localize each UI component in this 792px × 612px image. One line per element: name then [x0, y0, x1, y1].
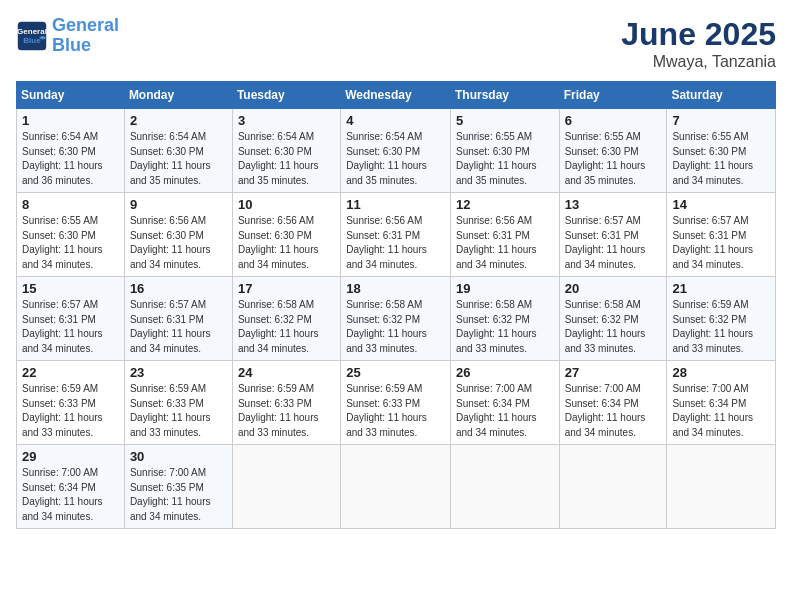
- day-info: Sunrise: 7:00 AMSunset: 6:34 PMDaylight:…: [22, 467, 103, 522]
- logo-icon: General Blue: [16, 20, 48, 52]
- calendar-day-cell: 1 Sunrise: 6:54 AMSunset: 6:30 PMDayligh…: [17, 109, 125, 193]
- day-info: Sunrise: 6:57 AMSunset: 6:31 PMDaylight:…: [22, 299, 103, 354]
- day-number: 4: [346, 113, 445, 128]
- day-info: Sunrise: 6:54 AMSunset: 6:30 PMDaylight:…: [238, 131, 319, 186]
- calendar-day-cell: 24 Sunrise: 6:59 AMSunset: 6:33 PMDaylig…: [232, 361, 340, 445]
- col-monday: Monday: [124, 82, 232, 109]
- calendar-day-cell: [559, 445, 667, 529]
- calendar-day-cell: 2 Sunrise: 6:54 AMSunset: 6:30 PMDayligh…: [124, 109, 232, 193]
- day-number: 28: [672, 365, 770, 380]
- svg-text:General: General: [17, 27, 47, 36]
- calendar-week-row: 29 Sunrise: 7:00 AMSunset: 6:34 PMDaylig…: [17, 445, 776, 529]
- day-info: Sunrise: 6:58 AMSunset: 6:32 PMDaylight:…: [346, 299, 427, 354]
- calendar-week-row: 8 Sunrise: 6:55 AMSunset: 6:30 PMDayligh…: [17, 193, 776, 277]
- calendar-day-cell: 29 Sunrise: 7:00 AMSunset: 6:34 PMDaylig…: [17, 445, 125, 529]
- calendar-day-cell: 10 Sunrise: 6:56 AMSunset: 6:30 PMDaylig…: [232, 193, 340, 277]
- calendar-day-cell: 19 Sunrise: 6:58 AMSunset: 6:32 PMDaylig…: [450, 277, 559, 361]
- day-info: Sunrise: 6:56 AMSunset: 6:30 PMDaylight:…: [130, 215, 211, 270]
- calendar-day-cell: 9 Sunrise: 6:56 AMSunset: 6:30 PMDayligh…: [124, 193, 232, 277]
- day-number: 15: [22, 281, 119, 296]
- day-number: 26: [456, 365, 554, 380]
- calendar-day-cell: 12 Sunrise: 6:56 AMSunset: 6:31 PMDaylig…: [450, 193, 559, 277]
- calendar-week-row: 15 Sunrise: 6:57 AMSunset: 6:31 PMDaylig…: [17, 277, 776, 361]
- day-number: 6: [565, 113, 662, 128]
- svg-text:Blue: Blue: [23, 36, 41, 45]
- calendar-table: Sunday Monday Tuesday Wednesday Thursday…: [16, 81, 776, 529]
- page-header: General Blue General Blue June 2025 Mway…: [16, 16, 776, 71]
- day-number: 13: [565, 197, 662, 212]
- col-tuesday: Tuesday: [232, 82, 340, 109]
- day-number: 12: [456, 197, 554, 212]
- day-number: 17: [238, 281, 335, 296]
- calendar-day-cell: 6 Sunrise: 6:55 AMSunset: 6:30 PMDayligh…: [559, 109, 667, 193]
- day-info: Sunrise: 6:59 AMSunset: 6:33 PMDaylight:…: [346, 383, 427, 438]
- calendar-day-cell: 26 Sunrise: 7:00 AMSunset: 6:34 PMDaylig…: [450, 361, 559, 445]
- day-number: 19: [456, 281, 554, 296]
- title-block: June 2025 Mwaya, Tanzania: [621, 16, 776, 71]
- day-info: Sunrise: 6:56 AMSunset: 6:31 PMDaylight:…: [456, 215, 537, 270]
- calendar-day-cell: 15 Sunrise: 6:57 AMSunset: 6:31 PMDaylig…: [17, 277, 125, 361]
- calendar-header-row: Sunday Monday Tuesday Wednesday Thursday…: [17, 82, 776, 109]
- col-sunday: Sunday: [17, 82, 125, 109]
- page-subtitle: Mwaya, Tanzania: [621, 53, 776, 71]
- day-info: Sunrise: 7:00 AMSunset: 6:35 PMDaylight:…: [130, 467, 211, 522]
- calendar-day-cell: 11 Sunrise: 6:56 AMSunset: 6:31 PMDaylig…: [341, 193, 451, 277]
- day-number: 3: [238, 113, 335, 128]
- day-number: 2: [130, 113, 227, 128]
- day-number: 22: [22, 365, 119, 380]
- day-info: Sunrise: 7:00 AMSunset: 6:34 PMDaylight:…: [565, 383, 646, 438]
- calendar-day-cell: 13 Sunrise: 6:57 AMSunset: 6:31 PMDaylig…: [559, 193, 667, 277]
- day-info: Sunrise: 6:55 AMSunset: 6:30 PMDaylight:…: [672, 131, 753, 186]
- day-info: Sunrise: 7:00 AMSunset: 6:34 PMDaylight:…: [672, 383, 753, 438]
- calendar-day-cell: 16 Sunrise: 6:57 AMSunset: 6:31 PMDaylig…: [124, 277, 232, 361]
- calendar-day-cell: 8 Sunrise: 6:55 AMSunset: 6:30 PMDayligh…: [17, 193, 125, 277]
- calendar-day-cell: 14 Sunrise: 6:57 AMSunset: 6:31 PMDaylig…: [667, 193, 776, 277]
- day-number: 14: [672, 197, 770, 212]
- calendar-day-cell: 23 Sunrise: 6:59 AMSunset: 6:33 PMDaylig…: [124, 361, 232, 445]
- day-info: Sunrise: 6:59 AMSunset: 6:33 PMDaylight:…: [238, 383, 319, 438]
- day-number: 30: [130, 449, 227, 464]
- day-number: 29: [22, 449, 119, 464]
- day-number: 10: [238, 197, 335, 212]
- col-thursday: Thursday: [450, 82, 559, 109]
- day-number: 21: [672, 281, 770, 296]
- day-info: Sunrise: 6:55 AMSunset: 6:30 PMDaylight:…: [22, 215, 103, 270]
- day-info: Sunrise: 6:54 AMSunset: 6:30 PMDaylight:…: [346, 131, 427, 186]
- calendar-day-cell: 4 Sunrise: 6:54 AMSunset: 6:30 PMDayligh…: [341, 109, 451, 193]
- calendar-day-cell: 30 Sunrise: 7:00 AMSunset: 6:35 PMDaylig…: [124, 445, 232, 529]
- day-info: Sunrise: 6:56 AMSunset: 6:30 PMDaylight:…: [238, 215, 319, 270]
- logo-text: General Blue: [52, 16, 119, 56]
- day-info: Sunrise: 6:56 AMSunset: 6:31 PMDaylight:…: [346, 215, 427, 270]
- calendar-day-cell: [667, 445, 776, 529]
- calendar-day-cell: [450, 445, 559, 529]
- calendar-day-cell: 3 Sunrise: 6:54 AMSunset: 6:30 PMDayligh…: [232, 109, 340, 193]
- day-info: Sunrise: 6:57 AMSunset: 6:31 PMDaylight:…: [565, 215, 646, 270]
- calendar-day-cell: 17 Sunrise: 6:58 AMSunset: 6:32 PMDaylig…: [232, 277, 340, 361]
- calendar-day-cell: 27 Sunrise: 7:00 AMSunset: 6:34 PMDaylig…: [559, 361, 667, 445]
- day-number: 7: [672, 113, 770, 128]
- calendar-day-cell: [232, 445, 340, 529]
- day-info: Sunrise: 6:54 AMSunset: 6:30 PMDaylight:…: [22, 131, 103, 186]
- calendar-week-row: 22 Sunrise: 6:59 AMSunset: 6:33 PMDaylig…: [17, 361, 776, 445]
- day-number: 20: [565, 281, 662, 296]
- day-info: Sunrise: 6:58 AMSunset: 6:32 PMDaylight:…: [456, 299, 537, 354]
- day-number: 8: [22, 197, 119, 212]
- logo-line2: Blue: [52, 35, 91, 55]
- day-number: 5: [456, 113, 554, 128]
- day-info: Sunrise: 7:00 AMSunset: 6:34 PMDaylight:…: [456, 383, 537, 438]
- day-info: Sunrise: 6:55 AMSunset: 6:30 PMDaylight:…: [456, 131, 537, 186]
- logo: General Blue General Blue: [16, 16, 119, 56]
- page-title: June 2025: [621, 16, 776, 53]
- calendar-day-cell: 25 Sunrise: 6:59 AMSunset: 6:33 PMDaylig…: [341, 361, 451, 445]
- day-info: Sunrise: 6:59 AMSunset: 6:33 PMDaylight:…: [130, 383, 211, 438]
- day-info: Sunrise: 6:57 AMSunset: 6:31 PMDaylight:…: [672, 215, 753, 270]
- day-number: 18: [346, 281, 445, 296]
- day-info: Sunrise: 6:55 AMSunset: 6:30 PMDaylight:…: [565, 131, 646, 186]
- day-number: 16: [130, 281, 227, 296]
- calendar-day-cell: 20 Sunrise: 6:58 AMSunset: 6:32 PMDaylig…: [559, 277, 667, 361]
- col-friday: Friday: [559, 82, 667, 109]
- day-number: 1: [22, 113, 119, 128]
- calendar-day-cell: 22 Sunrise: 6:59 AMSunset: 6:33 PMDaylig…: [17, 361, 125, 445]
- day-info: Sunrise: 6:59 AMSunset: 6:32 PMDaylight:…: [672, 299, 753, 354]
- logo-line1: General: [52, 15, 119, 35]
